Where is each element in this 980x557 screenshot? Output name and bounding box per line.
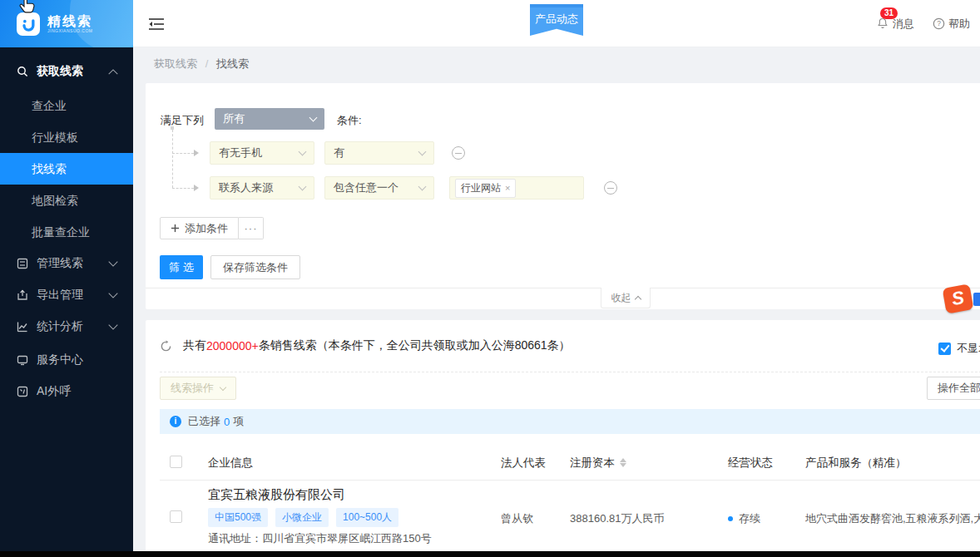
- messages-button[interactable]: 31 消息: [876, 17, 914, 32]
- sidebar-group-statistics[interactable]: 统计分析: [0, 311, 133, 343]
- column-header-products: 产品和服务（精准）: [805, 456, 907, 471]
- app-title: 精线索: [47, 14, 92, 29]
- sidebar-item-batch-search[interactable]: 批量查企业: [0, 216, 133, 248]
- product-news-ribbon[interactable]: 产品动态: [530, 4, 583, 36]
- summary-count: 2000000+: [206, 339, 259, 352]
- chevron-up-icon: [108, 69, 117, 78]
- sidebar-group-acquire-leads[interactable]: 获取线索: [0, 53, 133, 90]
- condition2-operator-value: 包含任意一个: [334, 180, 419, 195]
- add-condition-button[interactable]: 添加条件: [160, 217, 239, 239]
- condition2-values-input[interactable]: 行业网站 ×: [449, 176, 584, 200]
- help-button[interactable]: ? 帮助: [933, 17, 970, 32]
- cell-products: 地穴式曲酒发酵窖池,五粮液系列酒,大机械: [805, 511, 980, 526]
- results-summary: 共有2000000+条销售线索（本条件下，全公司共领取或加入公海80661条）: [160, 338, 571, 353]
- logo[interactable]: 精线索 JINGXIANSUO.COM: [0, 0, 133, 47]
- status-dot-icon: [728, 516, 733, 521]
- company-tag[interactable]: 100~500人: [336, 508, 398, 527]
- ime-toolbar-fragment: [973, 293, 980, 306]
- table-row: 宜宾五粮液股份有限公司 中国500强 小微企业 100~500人 通讯地址：四川…: [160, 481, 980, 551]
- condition1-field-select[interactable]: 有无手机: [210, 141, 314, 165]
- remove-condition2-icon[interactable]: [604, 181, 617, 195]
- sidebar-item-map-search[interactable]: 地图检索: [0, 185, 133, 216]
- divider: [146, 288, 980, 288]
- chart-icon: [17, 321, 28, 333]
- chevron-down-icon: [418, 148, 427, 156]
- messages-count-badge: 31: [880, 7, 898, 19]
- sidebar: 精线索 JINGXIANSUO.COM 获取线索 查企业 行业模板 找线索 地图…: [0, 0, 133, 557]
- refresh-icon[interactable]: [160, 340, 172, 352]
- bell-icon: [876, 17, 889, 31]
- breadcrumb: 获取线索 / 找线索: [154, 57, 249, 71]
- tree-connector: [172, 188, 194, 189]
- results-panel: 共有2000000+条销售线索（本条件下，全公司共领取或加入公海80661条） …: [146, 320, 980, 551]
- sidebar-item-company-search[interactable]: 查企业: [0, 90, 133, 121]
- chevron-down-icon: [108, 320, 117, 329]
- tree-connector: [172, 153, 194, 154]
- company-tag[interactable]: 中国500强: [208, 508, 268, 527]
- svg-text:?: ?: [937, 19, 941, 27]
- cell-status: 存续: [728, 511, 760, 526]
- chevron-down-icon: [108, 288, 117, 298]
- company-tag[interactable]: 小微企业: [275, 508, 329, 527]
- collapse-filter-button[interactable]: 收起: [601, 288, 651, 308]
- breadcrumb-current: 找线索: [216, 57, 249, 70]
- summary-suffix: 条销售线索（本条件下，全公司共领取或加入公海80661条）: [259, 338, 571, 353]
- phone-icon: [17, 386, 28, 397]
- sidebar-group-manage-leads[interactable]: 管理线索: [0, 248, 133, 279]
- match-label: 满足下列: [161, 113, 204, 128]
- chevron-down-icon: [108, 257, 117, 266]
- chevron-down-icon: [309, 114, 318, 122]
- info-circle-icon: i: [170, 416, 181, 427]
- checkbox-checked-icon: [938, 343, 951, 355]
- operate-all-leads-button[interactable]: 操作全部线索: [927, 377, 980, 400]
- hide-received-checkbox[interactable]: 不显示: [938, 341, 980, 356]
- filter-button[interactable]: 筛 选: [160, 255, 203, 279]
- sidebar-item-ai-call[interactable]: AI外呼: [0, 376, 133, 407]
- tree-arrow-icon: [194, 150, 199, 156]
- sidebar-group-export-manage[interactable]: 导出管理: [0, 279, 133, 311]
- lead-actions-label: 线索操作: [171, 381, 214, 396]
- ime-sogou-icon[interactable]: S: [943, 283, 974, 313]
- cell-legal-rep: 曾从钦: [501, 511, 533, 526]
- selection-info-bar: i 已选择 0 项: [160, 409, 980, 434]
- column-header-capital[interactable]: 注册资本: [570, 456, 615, 471]
- column-header-company: 企业信息: [208, 456, 253, 471]
- sidebar-group-label: 获取线索: [37, 64, 110, 79]
- collapse-label: 收起: [611, 291, 631, 305]
- hide-received-label: 不显示: [957, 341, 980, 356]
- chevron-down-icon: [418, 183, 427, 191]
- company-name-link[interactable]: 宜宾五粮液股份有限公司: [208, 487, 345, 503]
- search-icon: [17, 66, 28, 77]
- sidebar-item-industry-template[interactable]: 行业模板: [0, 121, 133, 153]
- app-subtitle: JINGXIANSUO.COM: [47, 29, 92, 34]
- breadcrumb-separator: /: [205, 57, 209, 70]
- value-tag: 行业网站 ×: [455, 179, 516, 198]
- more-conditions-button[interactable]: ···: [239, 217, 264, 239]
- condition2-field-select[interactable]: 联系人来源: [210, 176, 314, 200]
- select-all-checkbox[interactable]: [170, 456, 182, 468]
- column-header-status: 经营状态: [728, 456, 773, 471]
- condition1-operator-select[interactable]: 有: [324, 141, 434, 165]
- logo-icon: [17, 12, 40, 36]
- plus-icon: [171, 224, 180, 233]
- sidebar-item-find-leads[interactable]: 找线索: [0, 153, 133, 185]
- bottom-edge-bar: [0, 551, 980, 557]
- condition1-field-value: 有无手机: [219, 145, 299, 160]
- menu-fold-icon[interactable]: [148, 17, 165, 32]
- breadcrumb-parent[interactable]: 获取线索: [154, 57, 197, 70]
- row-checkbox[interactable]: [170, 510, 182, 523]
- tree-arrow-icon: [194, 185, 199, 191]
- condition1-operator-value: 有: [334, 145, 419, 160]
- filter-panel: 满足下列 所有 条件: 有无手机 有 联系人来源 包含任意一个 行业网站 ×: [146, 83, 980, 309]
- lead-actions-button[interactable]: 线索操作: [160, 377, 236, 400]
- condition2-operator-select[interactable]: 包含任意一个: [324, 176, 434, 200]
- sidebar-item-service-center[interactable]: 服务中心: [0, 344, 133, 376]
- condition2-field-value: 联系人来源: [219, 180, 299, 195]
- sort-icon[interactable]: [620, 458, 626, 467]
- remove-tag-icon[interactable]: ×: [505, 183, 510, 193]
- save-filter-button[interactable]: 保存筛选条件: [210, 255, 300, 279]
- remove-condition1-icon[interactable]: [452, 146, 465, 160]
- sidebar-group-label: AI外呼: [37, 384, 116, 399]
- match-mode-select[interactable]: 所有: [215, 108, 324, 130]
- tree-connector: [172, 130, 173, 188]
